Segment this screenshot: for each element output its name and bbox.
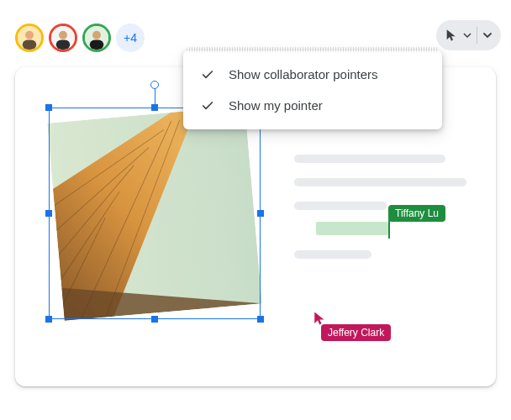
text-line: [294, 250, 371, 259]
collaborator-label-tiffany: Tiffany Lu: [388, 205, 445, 222]
avatar[interactable]: [15, 24, 44, 52]
selection-frame: [49, 108, 261, 319]
svg-rect-8: [90, 39, 103, 50]
collaborator-caret: [388, 220, 390, 239]
check-icon: [200, 99, 215, 113]
svg-rect-2: [23, 39, 36, 50]
pointer-options-menu: Show collaborator pointers Show my point…: [183, 50, 442, 129]
text-selection-highlight: [316, 222, 388, 235]
svg-rect-5: [56, 39, 70, 50]
svg-point-1: [25, 31, 34, 39]
resize-handle-se[interactable]: [257, 316, 264, 323]
resize-handle-sw[interactable]: [45, 316, 52, 323]
avatar[interactable]: [49, 24, 77, 52]
rotation-handle[interactable]: [150, 81, 159, 89]
svg-point-7: [92, 31, 101, 39]
resize-handle-w[interactable]: [45, 210, 52, 217]
collaborator-pointer-jeffery: Jeffery Clark: [313, 311, 328, 329]
resize-handle-nw[interactable]: [45, 104, 52, 111]
divider: [477, 27, 477, 44]
text-placeholder-block: Tiffany Lu: [294, 155, 471, 274]
menu-item-show-my-pointer[interactable]: Show my pointer: [183, 90, 442, 121]
cursor-icon: [445, 29, 458, 42]
menu-item-label: Show collaborator pointers: [229, 67, 378, 81]
collaborator-label-jeffery: Jeffery Clark: [321, 324, 391, 341]
resize-handle-e[interactable]: [257, 210, 264, 217]
chevron-down-icon[interactable]: [482, 30, 493, 40]
text-line: [294, 202, 387, 210]
caret-down-icon: [463, 31, 471, 39]
menu-item-label: Show my pointer: [229, 98, 323, 113]
text-line: [294, 178, 466, 186]
collaborator-avatars: +4: [15, 24, 145, 52]
resize-handle-n[interactable]: [151, 104, 158, 111]
more-collaborators-badge[interactable]: +4: [116, 24, 145, 52]
text-line: [294, 155, 445, 163]
check-icon: [200, 68, 215, 81]
selected-image[interactable]: [49, 108, 261, 319]
menu-item-show-collaborator-pointers[interactable]: Show collaborator pointers: [183, 59, 442, 90]
svg-point-4: [59, 31, 67, 39]
avatar[interactable]: [82, 24, 111, 52]
resize-handle-s[interactable]: [151, 316, 158, 323]
pointer-options-button[interactable]: [436, 20, 501, 50]
